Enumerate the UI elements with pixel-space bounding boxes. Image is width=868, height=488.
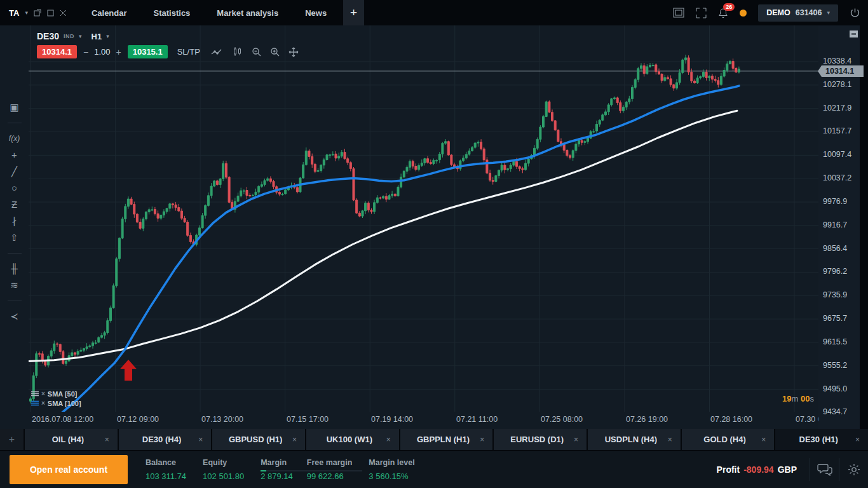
sell-button[interactable]: 10314.1 (37, 45, 77, 58)
symbol-tab[interactable]: OIL (H4) × (25, 429, 118, 450)
chart-area: DE30 IND ▾ H1 ▾ 10314.1 − 1.00 + 10315.1… (29, 25, 818, 429)
layers-icon: ≋ (10, 280, 18, 290)
sma50-remove-icon[interactable]: × (41, 390, 45, 397)
share-icon: ≺ (10, 311, 18, 322)
symbol-tab-close-icon[interactable]: × (198, 435, 203, 444)
price-tick-label: 9796.2 (823, 267, 847, 276)
layers-button[interactable]: ≋ (5, 277, 24, 293)
share-button[interactable]: ≺ (5, 308, 24, 324)
sma50-settings-icon[interactable] (31, 391, 39, 396)
chart-layout-icon: ▣ (10, 102, 18, 112)
top-bar: TA ▾ CalendarStatisticsMarket analysisNe… (0, 0, 868, 25)
zoom-out-icon[interactable] (250, 47, 262, 57)
volume-decrease-icon[interactable]: − (83, 47, 88, 57)
volume-value: 1.00 (94, 47, 110, 57)
toolbar-divider (8, 253, 22, 254)
line-chart-icon[interactable] (210, 48, 225, 56)
symbol-name: DE30 (37, 31, 59, 41)
account-number: 631406 (796, 8, 822, 17)
crosshair-icon: + (11, 149, 17, 160)
trend-angle-button[interactable]: ∤ (5, 213, 24, 229)
settings-gear-icon[interactable] (839, 463, 868, 477)
ellipse-icon: ○ (11, 182, 17, 193)
fullscreen-icon[interactable] (696, 8, 707, 18)
zoom-in-icon[interactable] (269, 47, 281, 57)
workspace-title: TA (9, 8, 19, 18)
price-tick-label: 9495.0 (823, 384, 847, 393)
symbol-tab-close-icon[interactable]: × (855, 435, 860, 444)
price-axis[interactable]: 10314.1 10338.410278.110217.910157.71009… (818, 25, 868, 429)
price-tick-label: 10037.2 (823, 173, 851, 182)
symbol-tab-close-icon[interactable]: × (574, 435, 578, 444)
symbol-tab[interactable]: DE30 (H4) × (119, 429, 212, 450)
workspace-dropdown-icon[interactable]: ▾ (25, 10, 28, 16)
close-icon[interactable] (60, 10, 67, 17)
chart-layout-button[interactable]: ▣ (5, 99, 24, 115)
time-tick-label: 07.25 08:00 (541, 415, 583, 424)
sma100-remove-icon[interactable]: × (41, 400, 45, 407)
chat-icon[interactable] (810, 463, 839, 476)
open-real-account-button[interactable]: Open real account (10, 455, 128, 484)
symbol-tab[interactable]: GBPUSD (H1) × (212, 429, 305, 450)
popout-icon[interactable] (34, 9, 41, 17)
account-selector[interactable]: DEMO 631406 ▾ (758, 4, 838, 22)
indicators-button[interactable]: f(x) (5, 130, 24, 146)
trendline-button[interactable]: ╱ (5, 163, 24, 179)
symbol-tab-close-icon[interactable]: × (105, 435, 109, 444)
time-tick-label: 2016.07.08 12:00 (32, 415, 93, 424)
top-tab[interactable]: News (292, 0, 340, 25)
trading-app: TA ▾ CalendarStatisticsMarket analysisNe… (0, 0, 868, 488)
symbol-tab-label: EURUSD (D1) (510, 435, 564, 444)
pan-icon[interactable] (287, 47, 300, 57)
symbol-tab[interactable]: DE30 (H1) × (775, 429, 868, 450)
collapse-panel-icon[interactable] (850, 30, 858, 39)
top-tab[interactable]: Market analysis (203, 0, 292, 25)
fibonacci-button[interactable]: Ƶ (5, 196, 24, 212)
symbol-tab[interactable]: UK100 (W1) × (306, 429, 399, 450)
arrow-marker-icon: ⇧ (10, 232, 18, 243)
add-symbol-tab-button[interactable]: + (0, 429, 24, 450)
candlestick-icon[interactable] (231, 47, 244, 57)
power-icon[interactable] (850, 8, 860, 18)
stat-equity: Equity 102 501.80 (203, 458, 244, 481)
ellipse-button[interactable]: ○ (5, 180, 24, 196)
symbol-tab-close-icon[interactable]: × (761, 435, 766, 444)
symbol-tab-close-icon[interactable]: × (668, 435, 672, 444)
sma100-label: SMA [100] (48, 400, 81, 407)
price-tick-label: 10217.9 (823, 104, 851, 112)
stat-balance: Balance 103 311.74 (146, 458, 186, 481)
price-tick-label: 9856.4 (823, 244, 847, 253)
stat-margin: Margin 2 879.14 (261, 458, 293, 481)
symbol-tab[interactable]: GBPPLN (H1) × (400, 429, 493, 450)
price-tick-label: 10097.4 (823, 150, 851, 159)
price-chart[interactable] (29, 25, 818, 412)
maximize-icon[interactable] (47, 10, 54, 17)
symbol-tab-close-icon[interactable]: × (386, 435, 391, 444)
countdown-seconds: 00 (801, 394, 810, 403)
timeframe-dropdown-icon[interactable]: ▾ (106, 33, 109, 39)
add-workspace-tab-button[interactable]: + (343, 0, 364, 25)
price-tick-label: 9615.5 (823, 337, 847, 346)
symbol-tab-close-icon[interactable]: × (480, 435, 484, 444)
symbol-tab[interactable]: EURUSD (D1) × (494, 429, 587, 450)
symbol-tab[interactable]: USDPLN (H4) × (588, 429, 681, 450)
layout-frame-icon[interactable] (673, 8, 684, 18)
chart-type-button[interactable]: ╫ (5, 261, 24, 276)
legend-row-sma100: × SMA [100] (31, 398, 81, 408)
symbol-dropdown-icon[interactable]: ▾ (79, 33, 82, 39)
volume-increase-icon[interactable]: + (116, 47, 121, 57)
margin-usage-fill (261, 470, 266, 471)
arrow-marker-button[interactable]: ⇧ (5, 229, 24, 245)
buy-button[interactable]: 10315.1 (128, 45, 168, 58)
time-tick-label: 07.30 03:00 (796, 415, 818, 424)
sma100-settings-icon[interactable] (31, 400, 39, 406)
time-axis[interactable]: 2016.07.08 12:0007.12 09:0007.13 20:0007… (29, 412, 818, 429)
current-price-tag: 10314.1 (822, 65, 864, 77)
top-tab[interactable]: Calendar (78, 0, 140, 25)
symbol-tab[interactable]: GOLD (H4) × (682, 429, 775, 450)
symbol-tab-close-icon[interactable]: × (292, 435, 297, 444)
top-tab[interactable]: Statistics (140, 0, 204, 25)
sltp-button[interactable]: SL/TP (177, 47, 200, 57)
symbol-tab-bar: + OIL (H4) × DE30 (H4) × GBPUSD (H1) × (0, 429, 868, 450)
crosshair-button[interactable]: + (5, 147, 24, 163)
